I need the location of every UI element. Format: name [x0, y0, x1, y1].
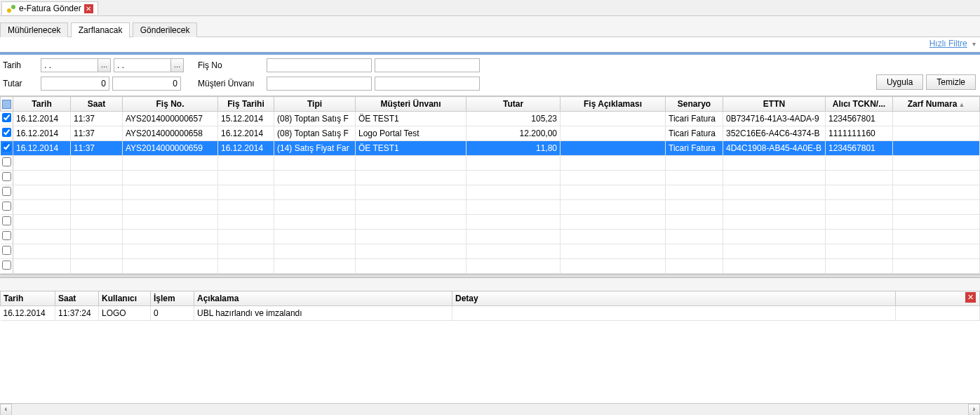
dcol-detay[interactable]: Detay — [452, 291, 896, 306]
musteri-from-input[interactable] — [267, 77, 372, 91]
row-checkbox-cell[interactable] — [1, 112, 13, 126]
tutar-to-input[interactable] — [112, 77, 181, 91]
row-checkbox[interactable] — [2, 128, 11, 137]
col-tckn[interactable]: Alıcı TCKN/... — [826, 97, 893, 112]
tarih-to-input[interactable] — [114, 59, 170, 72]
row-checkbox-cell[interactable] — [1, 259, 13, 274]
cell-empty — [123, 259, 218, 274]
cell-tutar: 12.200,00 — [466, 126, 561, 141]
scroll-left-icon[interactable]: ‹ — [0, 404, 12, 415]
col-tipi[interactable]: Tipi — [274, 97, 356, 112]
tarih-to-combo[interactable]: … — [114, 58, 184, 72]
row-checkbox[interactable] — [2, 202, 11, 211]
row-checkbox[interactable] — [2, 216, 11, 225]
table-row[interactable] — [1, 230, 980, 244]
row-checkbox[interactable] — [2, 143, 11, 152]
dcol-islem[interactable]: İşlem — [151, 291, 194, 306]
tarih-to-picker[interactable]: … — [170, 59, 183, 72]
fisno-from-input[interactable] — [267, 58, 372, 72]
row-checkbox-cell[interactable] — [1, 200, 13, 215]
cell-empty — [123, 215, 218, 230]
row-checkbox[interactable] — [2, 231, 11, 240]
fisno-to-input[interactable] — [375, 58, 480, 72]
detail-row[interactable]: 16.12.201411:37:24LOGO0UBL hazırlandı ve… — [1, 306, 980, 321]
quick-filter-link[interactable]: Hızlı Filtre — [929, 39, 967, 48]
close-icon[interactable]: ✕ — [965, 292, 976, 303]
cell-empty — [723, 259, 826, 274]
row-checkbox-cell[interactable] — [1, 244, 13, 259]
cell-fisno: AYS2014000000659 — [123, 141, 218, 156]
row-checkbox-cell[interactable] — [1, 156, 13, 171]
dcol-kullanici[interactable]: Kullanıcı — [99, 291, 151, 306]
cell-empty — [71, 171, 123, 185]
dcol-aciklama[interactable]: Açıkalama — [194, 291, 452, 306]
splitter[interactable] — [0, 274, 980, 278]
app-icon — [6, 4, 16, 13]
table-row[interactable]: 16.12.201411:37AYS201400000065916.12.201… — [1, 141, 980, 156]
scroll-track[interactable] — [12, 404, 968, 415]
document-tab[interactable]: e-Fatura Gönder ✕ — [1, 1, 98, 15]
table-row[interactable] — [1, 171, 980, 185]
row-checkbox[interactable] — [2, 261, 11, 270]
horizontal-scrollbar[interactable]: ‹ › — [0, 403, 980, 415]
row-checkbox-cell[interactable] — [1, 215, 13, 230]
col-saat[interactable]: Saat — [71, 97, 123, 112]
row-checkbox[interactable] — [2, 172, 11, 181]
tab-muhurlenecek[interactable]: Mühürlenecek — [0, 22, 68, 37]
header-select-all[interactable] — [1, 97, 13, 112]
col-zarf[interactable]: Zarf Numara▲ — [893, 97, 980, 112]
col-fisno[interactable]: Fiş No. — [123, 97, 218, 112]
col-musteri[interactable]: Müşteri Ünvanı — [356, 97, 466, 112]
cell-empty — [561, 200, 666, 215]
col-fistarihi[interactable]: Fiş Tarihi — [218, 97, 274, 112]
row-checkbox-cell[interactable] — [1, 185, 13, 200]
dcell-aciklama: UBL hazırlandı ve imzalandı — [194, 306, 452, 321]
table-row[interactable]: 16.12.201411:37AYS201400000065816.12.201… — [1, 126, 980, 141]
close-icon[interactable]: ✕ — [84, 4, 93, 13]
row-checkbox[interactable] — [2, 113, 11, 122]
cell-empty — [723, 244, 826, 259]
tab-zarflanacak[interactable]: Zarflanacak — [71, 22, 130, 38]
table-row[interactable] — [1, 185, 980, 200]
cell-empty — [826, 244, 893, 259]
cell-empty — [71, 259, 123, 274]
row-checkbox[interactable] — [2, 246, 11, 255]
col-fisaciklama[interactable]: Fiş Açıklaması — [561, 97, 666, 112]
col-ettn[interactable]: ETTN — [723, 97, 826, 112]
tab-gonderilecek[interactable]: Gönderilecek — [133, 22, 198, 37]
table-row[interactable] — [1, 156, 980, 171]
table-row[interactable]: 16.12.201411:37AYS201400000065715.12.201… — [1, 112, 980, 126]
cell-empty — [466, 215, 561, 230]
cell-empty — [723, 185, 826, 200]
row-checkbox-cell[interactable] — [1, 141, 13, 156]
dcol-saat[interactable]: Saat — [55, 291, 99, 306]
clear-button[interactable]: Temizle — [926, 74, 976, 90]
row-checkbox[interactable] — [2, 157, 11, 166]
row-checkbox-cell[interactable] — [1, 171, 13, 185]
cell-tckn: 1111111160 — [826, 126, 893, 141]
cell-empty — [356, 156, 466, 171]
main-grid: Tarih Saat Fiş No. Fiş Tarihi Tipi Müşte… — [0, 95, 980, 274]
tarih-from-picker[interactable]: … — [98, 59, 110, 72]
cell-empty — [561, 185, 666, 200]
row-checkbox[interactable] — [2, 187, 11, 196]
table-row[interactable] — [1, 215, 980, 230]
scroll-right-icon[interactable]: › — [968, 404, 980, 415]
table-row[interactable] — [1, 259, 980, 274]
row-checkbox-cell[interactable] — [1, 126, 13, 141]
tutar-from-input[interactable] — [41, 77, 109, 91]
col-senaryo[interactable]: Senaryo — [666, 97, 723, 112]
tarih-from-input[interactable] — [41, 59, 98, 72]
chevron-down-icon[interactable]: ▾ — [972, 40, 976, 48]
col-tutar[interactable]: Tutar — [466, 97, 561, 112]
musteri-to-input[interactable] — [375, 77, 480, 91]
col-tarih[interactable]: Tarih — [13, 97, 71, 112]
tarih-from-combo[interactable]: … — [41, 58, 111, 72]
dcell-detay — [452, 306, 896, 321]
apply-button[interactable]: Uygula — [876, 74, 923, 90]
table-row[interactable] — [1, 244, 980, 259]
row-checkbox-cell[interactable] — [1, 230, 13, 244]
dcol-tarih[interactable]: Tarih — [1, 291, 55, 306]
cell-empty — [13, 215, 71, 230]
table-row[interactable] — [1, 200, 980, 215]
